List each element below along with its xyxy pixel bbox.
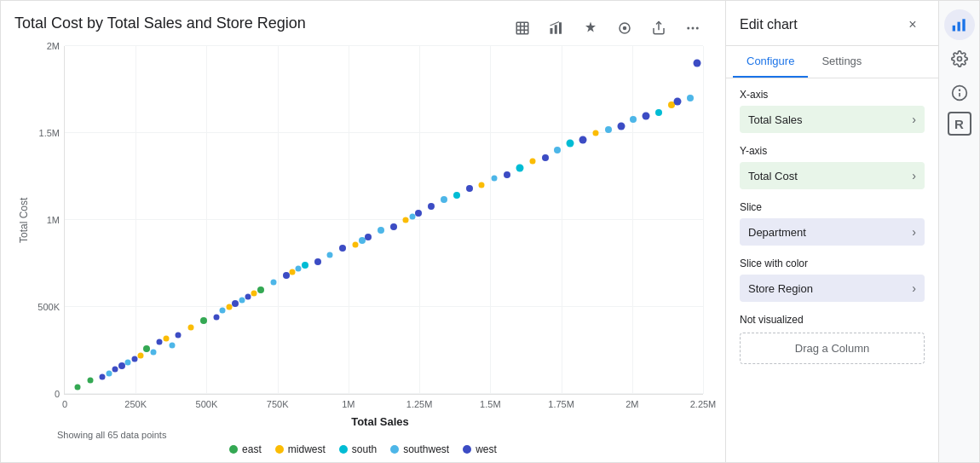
legend-label: west — [476, 443, 497, 455]
dot — [170, 342, 176, 348]
dot — [125, 360, 131, 366]
y-axis-section: Y-axis Total Cost › — [740, 145, 925, 189]
y-axis-label: Total Cost — [14, 46, 30, 395]
dot — [516, 164, 523, 171]
table-view-button[interactable] — [507, 13, 538, 43]
dot — [289, 269, 295, 275]
x-tick-label: 1.5M — [480, 399, 500, 409]
dot — [270, 280, 276, 286]
dot — [232, 300, 239, 307]
right-panel: Edit chart × Configure Settings X-axis T… — [725, 1, 938, 462]
svg-rect-0 — [516, 22, 528, 34]
legend: eastmidwestsouthsouthwestwest — [229, 443, 497, 455]
slice-color-select[interactable]: Store Region › — [740, 275, 925, 302]
y-tick-label: 1.5M — [39, 128, 60, 138]
svg-rect-7 — [559, 22, 562, 34]
legend-label: southwest — [403, 443, 449, 455]
legend-item: southwest — [390, 443, 449, 455]
y-tick-label: 0 — [55, 389, 60, 399]
share-button[interactable] — [643, 13, 674, 43]
grid-line-v — [278, 46, 279, 394]
x-tick-label: 1.75M — [548, 399, 574, 409]
legend-dot — [390, 445, 399, 454]
dot — [643, 112, 650, 119]
svg-rect-6 — [555, 25, 557, 34]
info-icon-btn[interactable] — [944, 78, 975, 108]
slice-chevron-icon: › — [912, 225, 916, 239]
dot — [239, 297, 245, 303]
dot — [592, 130, 598, 136]
dot — [655, 109, 662, 116]
x-axis-section-label: X-axis — [740, 89, 925, 101]
legend-dot — [463, 445, 471, 454]
edit-chart-header: Edit chart × — [726, 1, 938, 46]
dot — [529, 158, 535, 164]
dot — [567, 140, 574, 148]
x-tick-label: 750K — [267, 399, 289, 409]
more-button[interactable] — [677, 13, 708, 43]
bar-chart-icon-btn[interactable] — [944, 9, 975, 40]
icon-bar: R — [938, 1, 979, 462]
dot — [693, 60, 700, 67]
slice-label: Slice — [740, 201, 925, 213]
dot — [441, 196, 447, 203]
svg-point-17 — [957, 57, 961, 61]
dot — [118, 362, 125, 369]
grid-line-v — [206, 46, 207, 394]
dot — [504, 171, 510, 178]
y-tick-label: 1M — [47, 215, 60, 225]
x-axis-select[interactable]: Total Sales › — [740, 106, 925, 133]
pin-button[interactable] — [575, 13, 606, 43]
dot — [365, 234, 372, 240]
grid-line-v — [419, 46, 420, 394]
panel-content: X-axis Total Sales › Y-axis Total Cost ›… — [726, 78, 938, 462]
y-axis-select[interactable]: Total Cost › — [740, 162, 925, 189]
slice-select[interactable]: Department › — [740, 218, 925, 246]
x-axis-value: Total Sales — [748, 113, 803, 126]
dot — [617, 122, 625, 130]
chart-container: Total Cost 2M1.5M1M500K00250K500K750K1M1… — [14, 46, 712, 395]
edit-chart-title: Edit chart — [740, 17, 798, 32]
svg-point-13 — [696, 27, 699, 30]
showing-text: Showing all 65 data points — [57, 430, 166, 440]
dot — [466, 185, 473, 192]
dot — [390, 223, 397, 230]
dot — [87, 377, 93, 383]
main-area: Total Cost by Total Sales and Store Regi… — [1, 1, 725, 462]
close-button[interactable]: × — [901, 13, 925, 37]
grid-line-h — [65, 393, 703, 394]
svg-rect-14 — [952, 26, 954, 32]
y-tick-label: 500K — [37, 302, 60, 312]
grid-line-h — [65, 306, 703, 307]
dot — [453, 192, 460, 199]
dot — [314, 258, 321, 265]
legend-dot — [229, 445, 238, 454]
tab-settings[interactable]: Settings — [808, 46, 875, 78]
dot — [353, 241, 359, 247]
svg-rect-15 — [957, 22, 960, 32]
legend-label: east — [242, 443, 262, 455]
x-tick-label: 1M — [342, 399, 355, 409]
grid-line-v — [703, 46, 704, 394]
dot — [226, 304, 232, 310]
slice-color-value: Store Region — [748, 282, 813, 295]
settings-icon-btn[interactable] — [944, 43, 975, 74]
dot — [143, 345, 150, 352]
x-axis-chevron-icon: › — [912, 113, 916, 126]
dot — [112, 367, 118, 373]
tab-configure[interactable]: Configure — [733, 46, 808, 78]
chart-type-button[interactable] — [541, 13, 572, 43]
dot — [100, 373, 106, 379]
dot — [150, 350, 156, 356]
toolbar — [507, 13, 708, 43]
dot — [157, 339, 163, 344]
dot — [554, 147, 561, 153]
dot — [137, 353, 143, 359]
drag-column[interactable]: Drag a Column — [740, 333, 925, 364]
bookmark-button[interactable] — [609, 13, 640, 43]
legend-label: midwest — [288, 443, 326, 455]
grid-line-v — [349, 46, 349, 394]
dot — [630, 116, 637, 123]
panel-tabs: Configure Settings — [726, 46, 938, 78]
r-icon-btn[interactable]: R — [948, 112, 971, 136]
